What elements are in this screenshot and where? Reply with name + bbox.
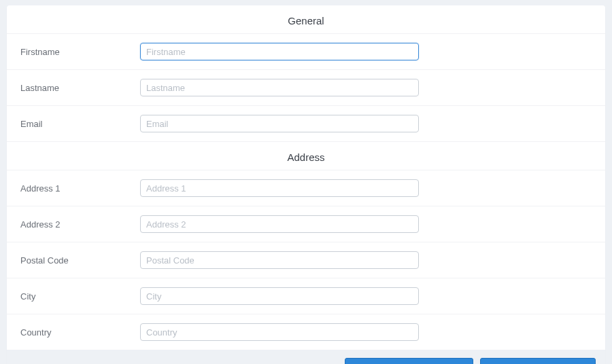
row-firstname: Firstname bbox=[7, 33, 605, 69]
form-footer: Update & Continue Editing Update Pages -… bbox=[7, 350, 605, 364]
label-postalcode: Postal Code bbox=[18, 255, 140, 266]
section-title-general: General bbox=[7, 5, 605, 33]
update-continue-button[interactable]: Update & Continue Editing bbox=[345, 358, 473, 364]
country-input[interactable] bbox=[140, 323, 419, 341]
city-input[interactable] bbox=[140, 287, 419, 305]
row-email: Email bbox=[7, 105, 605, 141]
row-address1: Address 1 bbox=[7, 170, 605, 206]
label-firstname: Firstname bbox=[18, 47, 140, 57]
row-address2: Address 2 bbox=[7, 206, 605, 242]
postalcode-input[interactable] bbox=[140, 251, 419, 269]
form-card: General Firstname Lastname Email Address… bbox=[7, 5, 605, 364]
label-address1: Address 1 bbox=[18, 183, 140, 194]
label-lastname: Lastname bbox=[18, 83, 140, 93]
section-title-address: Address bbox=[7, 141, 605, 170]
row-postalcode: Postal Code bbox=[7, 242, 605, 278]
label-address2: Address 2 bbox=[18, 219, 140, 230]
email-input[interactable] bbox=[140, 115, 419, 132]
update-pages-button[interactable]: Update Pages - Contact bbox=[480, 358, 596, 364]
address1-input[interactable] bbox=[140, 179, 419, 197]
firstname-input[interactable] bbox=[140, 43, 419, 60]
label-email: Email bbox=[18, 119, 140, 129]
row-lastname: Lastname bbox=[7, 69, 605, 105]
row-country: Country bbox=[7, 314, 605, 350]
label-country: Country bbox=[18, 327, 140, 338]
lastname-input[interactable] bbox=[140, 79, 419, 96]
row-city: City bbox=[7, 278, 605, 314]
label-city: City bbox=[18, 291, 140, 302]
address2-input[interactable] bbox=[140, 215, 419, 233]
